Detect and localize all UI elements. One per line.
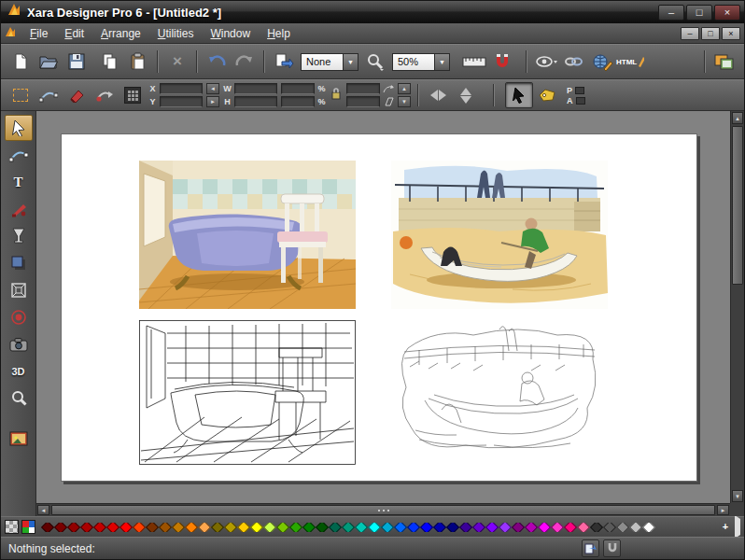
color-swatch-23[interactable]: [342, 523, 355, 532]
scroll-down-icon[interactable]: ▼: [732, 490, 743, 502]
chevron-down-icon[interactable]: ▼: [435, 53, 450, 71]
designs-gallery-button[interactable]: [710, 49, 738, 75]
no-color-swatch[interactable]: [5, 520, 19, 534]
mdi-minimize-button[interactable]: –: [681, 27, 699, 40]
shear-input[interactable]: [346, 96, 380, 107]
shape-editor-tool-button[interactable]: [5, 142, 33, 168]
html-export-button[interactable]: HTML: [616, 49, 644, 75]
mdi-restore-button[interactable]: □: [701, 27, 720, 40]
color-swatch-30[interactable]: [433, 523, 446, 532]
copy-button[interactable]: [96, 49, 124, 75]
artwork-boat-color[interactable]: [391, 161, 608, 309]
color-swatch-7[interactable]: [133, 523, 146, 532]
color-swatch-33[interactable]: [472, 523, 485, 532]
web-preview-button[interactable]: [588, 49, 616, 75]
color-swatch-20[interactable]: [302, 523, 316, 532]
color-swatch-36[interactable]: [512, 523, 525, 532]
text-tool-button[interactable]: T: [5, 169, 33, 195]
width-input[interactable]: [234, 83, 277, 94]
anchor-grid-widget[interactable]: [124, 87, 141, 104]
redo-button[interactable]: [231, 49, 259, 75]
shadow-tool-button[interactable]: [5, 250, 33, 276]
color-swatch-15[interactable]: [237, 523, 250, 532]
color-swatch-19[interactable]: [289, 523, 302, 532]
color-swatch-41[interactable]: [577, 523, 590, 532]
color-swatch-3[interactable]: [80, 523, 93, 532]
color-swatch-11[interactable]: [185, 523, 198, 532]
snap-status-icon[interactable]: [603, 539, 621, 557]
selector-tool-button[interactable]: [5, 115, 33, 141]
color-swatch-40[interactable]: [564, 523, 577, 532]
lock-aspect-icon[interactable]: [330, 87, 342, 104]
chevron-down-icon[interactable]: ▼: [344, 53, 358, 71]
color-swatch-38[interactable]: [538, 523, 551, 532]
zoom-tool-strip-button[interactable]: [5, 385, 33, 412]
add-color-button[interactable]: +: [719, 521, 732, 534]
undo-button[interactable]: [203, 49, 231, 75]
p-field[interactable]: [575, 87, 584, 94]
view-quality-button[interactable]: [532, 49, 560, 75]
artwork-bathtub-color[interactable]: [139, 161, 356, 309]
vertical-scroll-thumb[interactable]: [732, 126, 743, 285]
delete-button[interactable]: ×: [163, 49, 191, 75]
color-swatch-44[interactable]: [616, 523, 629, 532]
color-swatch-13[interactable]: [211, 523, 224, 532]
a-field[interactable]: [576, 97, 585, 105]
close-button[interactable]: ×: [714, 5, 740, 21]
titlebar[interactable]: Xara Designer Pro 6 - [Untitled2 *] – □ …: [1, 1, 744, 23]
color-swatch-34[interactable]: [485, 523, 499, 532]
zoom-level-value[interactable]: 50%: [392, 53, 435, 71]
color-swatch-14[interactable]: [224, 523, 237, 532]
color-swatch-35[interactable]: [499, 523, 512, 532]
color-swatch-9[interactable]: [159, 523, 172, 532]
x-input[interactable]: [160, 83, 203, 94]
color-swatch-25[interactable]: [368, 523, 381, 532]
pointer-mode-button[interactable]: [505, 82, 533, 108]
menu-item-utilities[interactable]: Utilities: [150, 25, 202, 42]
link-button[interactable]: [560, 49, 588, 75]
artwork-boat-sketch[interactable]: [391, 320, 608, 465]
menu-item-help[interactable]: Help: [260, 25, 298, 42]
color-swatch-21[interactable]: [316, 523, 329, 532]
color-swatch-16[interactable]: [250, 523, 263, 532]
rotate-input[interactable]: [346, 83, 380, 94]
artwork-bathtub-lineart[interactable]: [139, 320, 356, 465]
color-swatch-42[interactable]: [590, 523, 603, 532]
color-swatch-18[interactable]: [276, 523, 289, 532]
scroll-up-icon[interactable]: ▲: [732, 112, 743, 124]
photo-gallery-button[interactable]: [5, 426, 33, 452]
color-swatch-29[interactable]: [420, 523, 433, 532]
color-swatch-39[interactable]: [551, 523, 564, 532]
canvas-area[interactable]: ▲ ▼ ◄ ►: [36, 111, 744, 516]
name-tag-button[interactable]: [533, 82, 561, 108]
zoom-tool-button[interactable]: [361, 49, 389, 75]
color-swatch-31[interactable]: [446, 523, 459, 532]
color-swatch-4[interactable]: [93, 523, 106, 532]
color-swatch-22[interactable]: [329, 523, 342, 532]
fill-style-value[interactable]: None: [301, 53, 344, 71]
transparency-tool-button[interactable]: [5, 223, 33, 249]
color-swatch-43[interactable]: [603, 523, 616, 532]
apply-last-attribute-button[interactable]: [91, 82, 119, 108]
color-swatch-10[interactable]: [172, 523, 185, 532]
spin-up-icon[interactable]: ▲: [398, 83, 411, 94]
menu-item-edit[interactable]: Edit: [57, 25, 91, 42]
color-swatch-5[interactable]: [106, 523, 119, 532]
marquee-select-button[interactable]: [7, 82, 35, 108]
export-button[interactable]: [270, 49, 298, 75]
contour-tool-button[interactable]: [5, 304, 33, 330]
color-swatch-0[interactable]: [41, 523, 54, 532]
fill-style-dropdown[interactable]: None ▼: [301, 53, 358, 71]
ruler-toggle-button[interactable]: [460, 49, 488, 75]
extrude-3d-tool-button[interactable]: 3D: [5, 358, 33, 385]
paste-button[interactable]: [124, 49, 152, 75]
spin-down-icon[interactable]: ▼: [398, 96, 411, 107]
scroll-left-icon[interactable]: ◄: [37, 505, 49, 515]
color-swatch-46[interactable]: [642, 523, 655, 532]
menu-item-file[interactable]: File: [22, 25, 55, 42]
color-swatch-8[interactable]: [146, 523, 159, 532]
color-swatch-26[interactable]: [381, 523, 394, 532]
color-swatch-32[interactable]: [459, 523, 472, 532]
bevel-tool-button[interactable]: [5, 277, 33, 303]
color-line-scroll-button[interactable]: [735, 519, 740, 536]
